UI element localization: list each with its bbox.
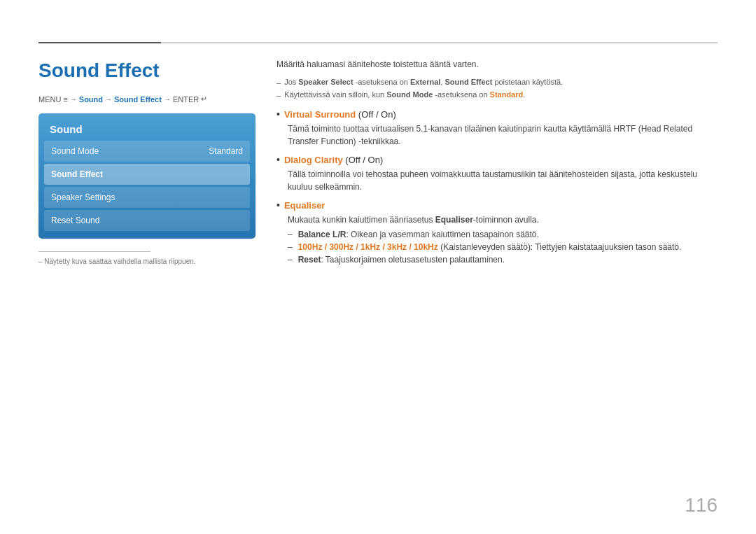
- sub-bullets-eq: – Balance L/R: Oikean ja vasemman kaiutt…: [288, 230, 718, 265]
- top-rule-accent: [38, 42, 161, 43]
- note-sound-mode: – Käytettävissä vain silloin, kun Sound …: [276, 90, 718, 99]
- page-container: Sound Effect MENU≡ → Sound → Sound Effec…: [0, 0, 756, 534]
- note-speaker-select: – Jos Speaker Select -asetuksena on Exte…: [276, 78, 718, 87]
- bullet-title-eq: Equaliser: [284, 200, 326, 211]
- sub-bullet-balance: – Balance L/R: Oikean ja vasemman kaiutt…: [288, 230, 718, 239]
- right-column: Määritä haluamasi äänitehoste toistettua…: [276, 56, 718, 272]
- panel-title: Sound: [44, 119, 250, 141]
- bullet-virtual-surround: • Virtual Surround (Off / On) Tämä toimi…: [276, 109, 718, 148]
- bold-speaker-select: Speaker Select: [298, 78, 353, 86]
- sound-effect-label: Sound Effect: [51, 169, 103, 179]
- bold-sound-mode: Sound Mode: [386, 90, 433, 99]
- eq-bold: Equaliser: [435, 215, 473, 225]
- hz-bold: 100Hz / 300Hz / 1kHz / 3kHz / 10kHz: [298, 242, 438, 252]
- sound-panel: Sound Sound Mode Standard Sound Effect S…: [38, 113, 255, 239]
- menu-item-sound-effect[interactable]: Sound Effect: [44, 164, 250, 185]
- dc-title-orange: Dialog Clarity: [284, 155, 343, 165]
- menu-item-reset-sound[interactable]: Reset Sound: [44, 210, 250, 231]
- left-column: Sound Effect MENU≡ → Sound → Sound Effec…: [38, 56, 255, 272]
- vs-title-normal: (Off / On): [356, 109, 396, 120]
- sub-dash-1: –: [288, 230, 293, 239]
- breadcrumb: MENU≡ → Sound → Sound Effect → ENTER↵: [38, 94, 255, 104]
- dash-icon-2: –: [276, 91, 281, 99]
- dash-icon-1: –: [276, 78, 281, 87]
- arrow1: →: [70, 95, 77, 103]
- footnote: – Näytetty kuva saattaa vaihdella mallis…: [38, 258, 255, 265]
- bullet-desc-vs: Tämä toiminto tuottaa virtuaalisen 5.1-k…: [288, 122, 718, 148]
- vs-title-orange: Virtual Surround: [284, 109, 356, 120]
- page-number: 116: [685, 494, 718, 517]
- menu-label: MENU: [38, 95, 61, 104]
- bullet-dialog-clarity: • Dialog Clarity (Off / On) Tällä toimin…: [276, 155, 718, 193]
- bullet-dot-vs: •: [276, 108, 280, 120]
- arrow2: →: [105, 95, 112, 103]
- sound-mode-label: Sound Mode: [51, 146, 99, 156]
- breadcrumb-enter: ENTER: [173, 95, 199, 104]
- breadcrumb-sound-effect: Sound Effect: [114, 95, 162, 104]
- menu-icon: ≡: [63, 95, 67, 104]
- bullet-equaliser: • Equaliser Mukauta kunkin kaiuttimen ää…: [276, 200, 718, 265]
- bold-external: External: [410, 78, 440, 86]
- enter-icon: ↵: [201, 94, 207, 104]
- balance-bold: Balance L/R: [298, 230, 346, 239]
- eq-title-orange: Equaliser: [284, 200, 326, 211]
- breadcrumb-sound: Sound: [79, 95, 103, 104]
- menu-item-speaker-settings[interactable]: Speaker Settings: [44, 187, 250, 208]
- sub-dash-3: –: [288, 255, 293, 265]
- sub-bullet-reset: – Reset: Taajuskorjaimen oletusasetusten…: [288, 255, 718, 265]
- footnote-divider: [38, 251, 150, 252]
- arrow3: →: [164, 95, 171, 103]
- sound-mode-value: Standard: [209, 146, 243, 156]
- bullet-header-eq: • Equaliser: [276, 200, 718, 211]
- bullet-header-vs: • Virtual Surround (Off / On): [276, 109, 718, 120]
- sub-dash-2: –: [288, 242, 293, 252]
- bullet-desc-dc: Tällä toiminnoilla voi tehostaa puheen v…: [288, 168, 718, 193]
- bullet-section: • Virtual Surround (Off / On) Tämä toimi…: [276, 109, 718, 265]
- dc-title-normal: (Off / On): [343, 155, 384, 165]
- speaker-settings-label: Speaker Settings: [51, 192, 115, 202]
- page-title: Sound Effect: [38, 59, 255, 82]
- menu-item-sound-mode[interactable]: Sound Mode Standard: [44, 141, 250, 162]
- bullet-dot-eq: •: [276, 199, 280, 211]
- reset-sound-label: Reset Sound: [51, 216, 99, 225]
- bullet-dot-dc: •: [276, 154, 280, 165]
- sub-bullet-hz: – 100Hz / 300Hz / 1kHz / 3kHz / 10kHz (K…: [288, 242, 718, 252]
- bullet-desc-eq: Mukauta kunkin kaiuttimen äänriasetus Eq…: [288, 213, 718, 226]
- bullet-header-dc: • Dialog Clarity (Off / On): [276, 155, 718, 165]
- bullet-title-dc: Dialog Clarity (Off / On): [284, 155, 383, 165]
- content-area: Sound Effect MENU≡ → Sound → Sound Effec…: [38, 56, 718, 272]
- bold-standard: Standard: [490, 90, 524, 99]
- reset-bold: Reset: [298, 255, 321, 265]
- bold-sound-effect: Sound Effect: [444, 78, 492, 86]
- bullet-title-vs: Virtual Surround (Off / On): [284, 109, 396, 120]
- intro-text: Määritä haluamasi äänitehoste toistettua…: [276, 59, 718, 69]
